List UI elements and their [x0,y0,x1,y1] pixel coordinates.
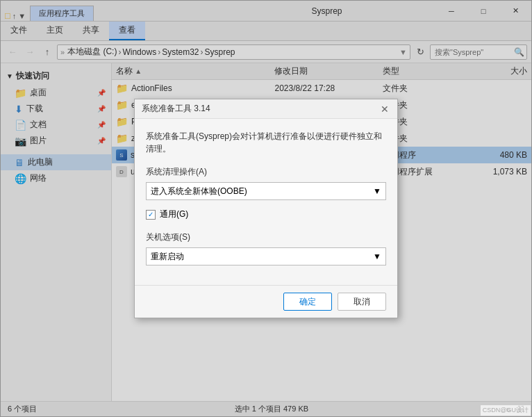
dialog-overlay: 系统准备工具 3.14 ✕ 系统准备工具(Sysprep)会对计算机进行准备以便… [0,0,532,417]
dialog-footer: 确定 取消 [135,285,397,318]
checkbox-row: ✓ 通用(G) [146,208,386,220]
cleanup-dropdown-icon: ▼ [373,186,381,196]
watermark: CSDN@GU设计 [481,405,531,416]
dialog-body: 系统准备工具(Sysprep)会对计算机进行准备以便进行硬件独立和清理。 系统清… [135,119,397,285]
cleanup-label: 系统清理操作(A) [146,166,386,178]
dialog-description: 系统准备工具(Sysprep)会对计算机进行准备以便进行硬件独立和清理。 [146,130,386,155]
shutdown-label: 关机选项(S) [146,231,386,243]
general-checkbox[interactable]: ✓ [146,210,156,220]
explorer-window: □ ↑ ▼ 应用程序工具 Sysprep ─ □ ✕ 文件 主页 [0,0,532,417]
shutdown-select[interactable]: 重新启动 ▼ [146,247,386,265]
dialog-titlebar: 系统准备工具 3.14 ✕ [135,99,397,119]
dialog-title: 系统准备工具 3.14 [142,103,210,115]
cleanup-select[interactable]: 进入系统全新体验(OOBE) ▼ [146,182,386,200]
sysprep-dialog: 系统准备工具 3.14 ✕ 系统准备工具(Sysprep)会对计算机进行准备以便… [134,99,398,318]
shutdown-dropdown-icon: ▼ [373,252,381,261]
confirm-button[interactable]: 确定 [283,293,332,311]
checkbox-label: 通用(G) [160,208,188,220]
dialog-close-button[interactable]: ✕ [379,104,390,115]
cancel-button[interactable]: 取消 [338,293,386,311]
